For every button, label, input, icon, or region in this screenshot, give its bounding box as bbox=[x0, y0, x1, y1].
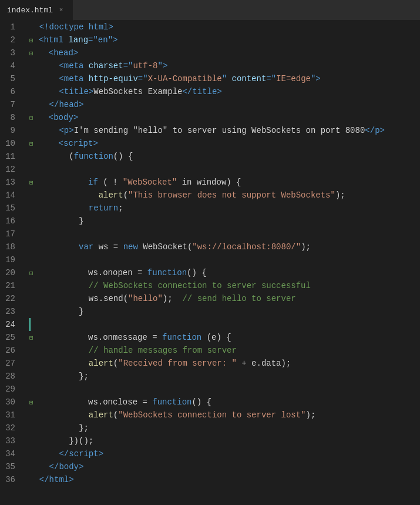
code-line-26: // handle messages from server bbox=[29, 344, 420, 357]
code-content[interactable]: <!doctype html> ⊟<html lang="en"> ⊟ <hea… bbox=[25, 21, 420, 486]
code-line-21: // WebSockets connection to server succe… bbox=[29, 279, 420, 292]
line-num-26: 26 bbox=[0, 344, 20, 357]
line-num-1: 1 bbox=[0, 21, 20, 34]
line-num-14: 14 bbox=[0, 189, 20, 202]
code-line-33: })(); bbox=[29, 434, 420, 447]
line-num-2: 2 bbox=[0, 34, 20, 46]
code-line-27: alert("Received from server: " + e.data)… bbox=[29, 357, 420, 370]
code-line-14: alert("This browser does not support Web… bbox=[29, 189, 420, 202]
line-num-12: 12 bbox=[0, 163, 20, 176]
line-num-35: 35 bbox=[0, 460, 20, 473]
line-num-33: 33 bbox=[0, 434, 20, 447]
code-line-24[interactable] bbox=[29, 318, 420, 331]
line-num-19: 19 bbox=[0, 253, 20, 266]
code-line-29 bbox=[29, 383, 420, 396]
line-num-8: 8 bbox=[0, 111, 20, 124]
code-line-7: </head> bbox=[29, 98, 420, 111]
line-num-36: 36 bbox=[0, 473, 20, 486]
line-num-6: 6 bbox=[0, 85, 20, 98]
line-num-7: 7 bbox=[0, 98, 20, 111]
line-num-16: 16 bbox=[0, 215, 20, 228]
line-num-27: 27 bbox=[0, 357, 20, 370]
line-num-10: 10 bbox=[0, 137, 20, 150]
code-line-9: <p>I'm sending "hello" to server using W… bbox=[29, 124, 420, 137]
line-num-3: 3 bbox=[0, 46, 20, 59]
line-num-21: 21 bbox=[0, 279, 20, 292]
code-line-30: ⊟ ws.onclose = function() { bbox=[29, 396, 420, 409]
code-line-32: }; bbox=[29, 422, 420, 434]
code-line-22: ws.send("hello"); // send hello to serve… bbox=[29, 292, 420, 305]
code-line-10: ⊟ <script> bbox=[29, 137, 420, 150]
code-line-35: </body> bbox=[29, 460, 420, 473]
line-num-25: 25 bbox=[0, 331, 20, 344]
code-line-36: </html> bbox=[29, 473, 420, 486]
code-line-16: } bbox=[29, 215, 420, 228]
code-line-25: ⊟ ws.onmessage = function (e) { bbox=[29, 331, 420, 344]
code-line-5: <meta http-equiv="X-UA-Compatible" conte… bbox=[29, 72, 420, 85]
tab-filename: index.html bbox=[7, 6, 53, 15]
line-num-23: 23 bbox=[0, 305, 20, 318]
code-line-23: } bbox=[29, 305, 420, 318]
code-line-4: <meta charset="utf-8"> bbox=[29, 59, 420, 72]
line-num-11: 11 bbox=[0, 150, 20, 163]
code-line-1: <!doctype html> bbox=[29, 21, 420, 34]
code-line-20: ⊟ ws.onopen = function() { bbox=[29, 266, 420, 279]
line-num-9: 9 bbox=[0, 124, 20, 137]
code-line-6: <title>WebSockets Example</title> bbox=[29, 85, 420, 98]
code-line-8: ⊟ <body> bbox=[29, 111, 420, 124]
line-num-30: 30 bbox=[0, 396, 20, 409]
line-num-18: 18 bbox=[0, 240, 20, 253]
code-line-28: }; bbox=[29, 370, 420, 383]
editor-area: 1 2 3 4 5 6 7 8 9 10 11 12 13 14 15 16 1… bbox=[0, 21, 420, 486]
code-line-3: ⊟ <head> bbox=[29, 46, 420, 59]
code-line-13: ⊟ if ( ! "WebSocket" in window) { bbox=[29, 176, 420, 189]
code-line-12 bbox=[29, 163, 420, 176]
code-container: 1 2 3 4 5 6 7 8 9 10 11 12 13 14 15 16 1… bbox=[0, 21, 420, 486]
code-line-34: </script> bbox=[29, 447, 420, 460]
line-num-28: 28 bbox=[0, 370, 20, 383]
code-line-11: (function() { bbox=[29, 150, 420, 163]
line-num-34: 34 bbox=[0, 447, 20, 460]
line-num-17: 17 bbox=[0, 228, 20, 240]
line-num-5: 5 bbox=[0, 72, 20, 85]
tab-index-html[interactable]: index.html × bbox=[0, 0, 73, 21]
line-num-20: 20 bbox=[0, 266, 20, 279]
line-num-4: 4 bbox=[0, 59, 20, 72]
line-numbers: 1 2 3 4 5 6 7 8 9 10 11 12 13 14 15 16 1… bbox=[0, 21, 25, 486]
code-line-31: alert("WebSockets connection to server l… bbox=[29, 409, 420, 422]
line-num-13: 13 bbox=[0, 176, 20, 189]
code-line-15: return; bbox=[29, 202, 420, 215]
tab-bar: index.html × bbox=[0, 0, 420, 21]
code-line-2: ⊟<html lang="en"> bbox=[29, 34, 420, 46]
line-num-32: 32 bbox=[0, 422, 20, 434]
tab-close-button[interactable]: × bbox=[56, 5, 66, 15]
code-line-19 bbox=[29, 253, 420, 266]
code-line-18: var ws = new WebSocket("ws://localhost:8… bbox=[29, 240, 420, 253]
line-num-24: 24 bbox=[0, 318, 20, 331]
line-num-22: 22 bbox=[0, 292, 20, 305]
line-num-29: 29 bbox=[0, 383, 20, 396]
line-num-31: 31 bbox=[0, 409, 20, 422]
code-line-17 bbox=[29, 228, 420, 240]
line-num-15: 15 bbox=[0, 202, 20, 215]
